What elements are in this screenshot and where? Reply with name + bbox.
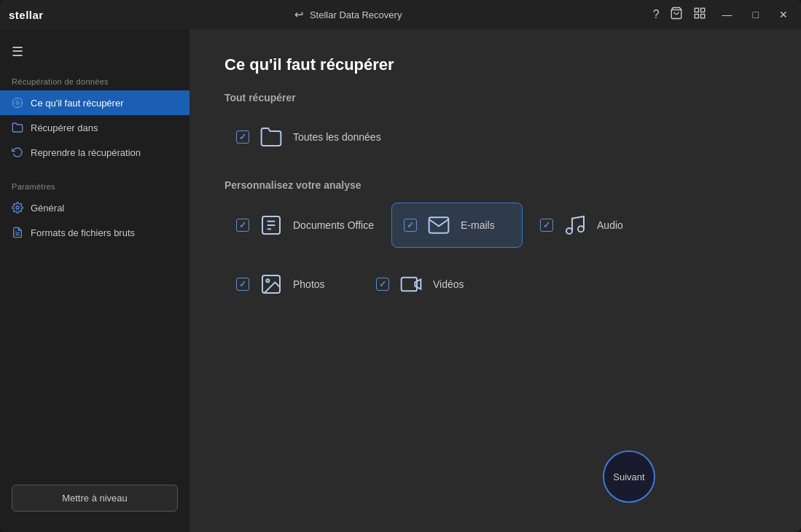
svg-point-18: [566, 228, 572, 234]
titlebar-left: stellar: [9, 9, 44, 21]
cart-icon[interactable]: [670, 7, 683, 23]
target-icon: [12, 97, 23, 109]
folder-icon: [12, 122, 23, 133]
svg-rect-2: [700, 8, 704, 12]
photos-icon: [258, 271, 284, 297]
all-data-option[interactable]: Toutes les données: [224, 115, 393, 159]
recover-all-label: Tout récupérer: [224, 92, 766, 103]
emails-icon: [426, 212, 452, 238]
customize-label: Personnalisez votre analyse: [224, 179, 766, 191]
office-checkbox[interactable]: [236, 219, 249, 232]
audio-icon: [562, 212, 588, 238]
sidebar-label-resume-recovery: Reprendre la récupération: [31, 147, 141, 158]
sidebar-item-what-to-recover[interactable]: Ce qu'il faut récupérer: [0, 90, 189, 115]
photos-checkbox[interactable]: [236, 278, 249, 291]
svg-point-11: [16, 206, 19, 209]
sidebar-label-recover-in: Récupérer dans: [31, 122, 98, 133]
sidebar-label-what-to-recover: Ce qu'il faut récupérer: [31, 98, 124, 109]
back-icon: ↩: [294, 8, 304, 21]
titlebar-right: ? — □ ✕: [653, 7, 792, 23]
svg-rect-4: [700, 15, 704, 18]
sidebar-section-params: Paramètres: [0, 176, 189, 195]
videos-checkbox[interactable]: [376, 278, 389, 291]
sidebar-label-general: Général: [31, 203, 64, 214]
audio-label: Audio: [597, 219, 623, 231]
app-window: stellar ↩ Stellar Data Recovery ?: [0, 0, 801, 532]
emails-option[interactable]: E-mails: [391, 203, 523, 248]
content-area: Ce qu'il faut récupérer Tout récupérer T…: [189, 29, 801, 532]
next-button[interactable]: Suivant: [603, 450, 655, 503]
app-logo: stellar: [9, 9, 44, 21]
svg-rect-3: [695, 15, 698, 18]
sidebar: ☰ Récupération de données Ce qu'il faut …: [0, 29, 189, 532]
resume-icon: [12, 146, 23, 158]
emails-checkbox[interactable]: [404, 219, 417, 232]
titlebar-center: ↩ Stellar Data Recovery: [294, 8, 402, 21]
file-raw-icon: [12, 227, 23, 238]
photos-label: Photos: [293, 278, 325, 290]
svg-rect-1: [695, 8, 698, 12]
options-row-2: Photos Vidéos: [224, 262, 766, 306]
upgrade-button[interactable]: Mettre à niveau: [12, 485, 178, 512]
help-icon[interactable]: ?: [653, 8, 660, 21]
options-row-1: Documents Office E-mails: [224, 203, 766, 248]
sidebar-label-raw-formats: Formats de fichiers bruts: [31, 227, 135, 238]
gear-icon: [12, 202, 23, 214]
videos-option[interactable]: Vidéos: [364, 262, 496, 306]
maximize-button[interactable]: □: [749, 7, 763, 22]
sidebar-item-recover-in[interactable]: Récupérer dans: [0, 115, 189, 140]
grid-icon[interactable]: [693, 7, 706, 23]
svg-point-19: [578, 226, 584, 232]
customize-section: Personnalisez votre analyse Documents Of…: [224, 179, 766, 306]
recover-all-section: Tout récupérer Toutes les données: [224, 92, 766, 159]
videos-icon: [398, 271, 424, 297]
titlebar: stellar ↩ Stellar Data Recovery ?: [0, 0, 801, 29]
minimize-button[interactable]: —: [718, 7, 737, 22]
window-title: Stellar Data Recovery: [310, 9, 402, 20]
all-data-icon: [258, 124, 284, 150]
audio-checkbox[interactable]: [540, 219, 553, 232]
sidebar-section-data: Récupération de données: [0, 71, 189, 90]
office-icon: [258, 212, 284, 238]
top-icons: ?: [653, 7, 706, 23]
videos-label: Vidéos: [433, 278, 464, 290]
sidebar-item-general[interactable]: Général: [0, 195, 189, 220]
close-button[interactable]: ✕: [775, 7, 792, 22]
photos-option[interactable]: Photos: [224, 262, 356, 306]
next-button-wrap: Suivant: [603, 450, 655, 503]
main-layout: ☰ Récupération de données Ce qu'il faut …: [0, 29, 801, 532]
all-data-checkbox[interactable]: [236, 130, 249, 144]
sidebar-item-resume-recovery[interactable]: Reprendre la récupération: [0, 140, 189, 165]
office-label: Documents Office: [293, 219, 374, 231]
svg-point-21: [266, 279, 269, 282]
all-data-row: Toutes les données: [224, 115, 766, 159]
audio-option[interactable]: Audio: [528, 203, 660, 247]
page-title: Ce qu'il faut récupérer: [224, 55, 766, 74]
svg-point-6: [16, 101, 19, 104]
emails-label: E-mails: [461, 219, 495, 231]
svg-marker-23: [415, 279, 421, 289]
sidebar-item-raw-formats[interactable]: Formats de fichiers bruts: [0, 220, 189, 245]
all-data-label: Toutes les données: [293, 131, 381, 143]
hamburger-menu[interactable]: ☰: [0, 41, 189, 71]
office-option[interactable]: Documents Office: [224, 203, 386, 247]
